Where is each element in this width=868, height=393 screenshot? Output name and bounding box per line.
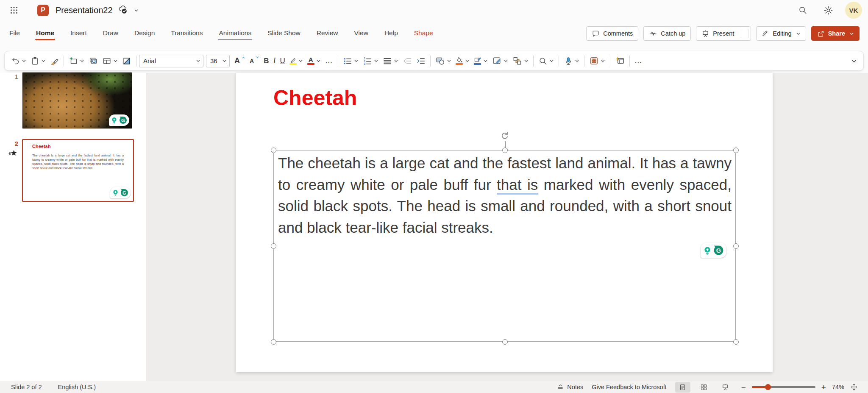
tab-help[interactable]: Help <box>384 26 399 41</box>
share-button[interactable]: Share <box>811 26 860 41</box>
tab-file[interactable]: File <box>8 26 21 41</box>
shapes-button[interactable] <box>433 53 453 69</box>
layout-button[interactable] <box>100 53 120 69</box>
format-painter-button[interactable] <box>48 53 61 69</box>
resize-handle-bottom-left[interactable] <box>271 339 276 345</box>
slide-surface[interactable]: Cheetah The cheetah is a large cat and t… <box>236 73 773 372</box>
search-button[interactable] <box>795 3 810 18</box>
underline-button[interactable]: U <box>278 53 287 69</box>
designer-button[interactable] <box>120 53 134 69</box>
outdent-icon <box>403 56 412 66</box>
font-color-button[interactable]: A <box>305 53 323 69</box>
collapse-ribbon-button[interactable] <box>849 53 859 69</box>
ribbon-overflow-button[interactable]: … <box>632 53 645 69</box>
shape-fill-button[interactable] <box>453 53 472 69</box>
chevron-down-icon <box>575 59 579 63</box>
highlight-color-button[interactable] <box>287 53 305 69</box>
grow-font-button[interactable]: A <box>232 53 248 69</box>
resize-handle-top-right[interactable] <box>733 148 739 153</box>
present-menu-chevron[interactable] <box>741 29 746 38</box>
feedback-link[interactable]: Give Feedback to Microsoft <box>592 384 667 390</box>
resize-handle-bottom-center[interactable] <box>502 339 508 345</box>
tab-view[interactable]: View <box>353 26 369 41</box>
normal-view-button[interactable] <box>675 382 690 393</box>
resize-handle-top-center[interactable] <box>502 148 508 153</box>
slide-indicator[interactable]: Slide 2 of 2 <box>11 384 42 390</box>
slide-1-thumbnail[interactable]: G <box>22 72 132 129</box>
resize-handle-bottom-right[interactable] <box>733 339 739 345</box>
decrease-indent-button[interactable] <box>401 53 414 69</box>
tab-slide-show[interactable]: Slide Show <box>267 26 301 41</box>
grammarly-suggestion-span[interactable]: that is <box>497 176 538 195</box>
slide-body-text[interactable]: The cheetah is a large cat and the faste… <box>278 153 732 238</box>
resize-handle-middle-left[interactable] <box>271 243 276 249</box>
tab-review[interactable]: Review <box>316 26 339 41</box>
notes-toggle[interactable]: Notes <box>557 384 583 390</box>
grammarly-widget[interactable]: G <box>701 243 726 258</box>
arrange-button[interactable] <box>510 53 531 69</box>
grid-view-button[interactable] <box>696 382 712 393</box>
tab-home[interactable]: Home <box>35 26 55 41</box>
powerpoint-logo[interactable]: P <box>37 5 49 16</box>
reuse-slides-button[interactable] <box>86 53 100 69</box>
chevron-down-icon[interactable] <box>134 8 139 13</box>
tab-animations[interactable]: Animations <box>218 26 252 41</box>
present-button[interactable]: Present <box>696 26 751 41</box>
grammarly-widget[interactable]: G <box>109 114 129 126</box>
dictate-button[interactable] <box>562 53 581 69</box>
tab-shape[interactable]: Shape <box>413 26 434 41</box>
settings-button[interactable] <box>821 3 836 18</box>
slide-title[interactable]: Cheetah <box>273 86 357 110</box>
shape-outline-button[interactable] <box>472 53 490 69</box>
paste-button[interactable] <box>28 53 48 69</box>
designer-pane-button[interactable] <box>587 53 607 69</box>
font-name-select[interactable]: Arial <box>139 55 203 67</box>
tab-transitions[interactable]: Transitions <box>170 26 203 41</box>
app-launcher-button[interactable] <box>7 3 21 17</box>
align-button[interactable] <box>381 53 401 69</box>
chevron-down-icon <box>851 58 857 64</box>
zoom-slider[interactable] <box>752 386 815 388</box>
quick-actions-button[interactable] <box>613 53 627 69</box>
zoom-out-button[interactable]: − <box>741 383 746 391</box>
menu-bar: File Home Insert Draw Design Transitions… <box>0 20 868 47</box>
tab-design[interactable]: Design <box>134 26 156 41</box>
find-button[interactable] <box>536 53 556 69</box>
undo-button[interactable] <box>9 53 28 69</box>
shape-outline-icon <box>474 57 481 65</box>
grammarly-widget[interactable]: G <box>110 187 131 198</box>
selected-text-box[interactable]: The cheetah is a large cat and the faste… <box>273 150 736 342</box>
svg-text:G: G <box>122 190 126 195</box>
fit-slide-icon[interactable] <box>850 383 858 391</box>
resize-handle-top-left[interactable] <box>271 148 276 153</box>
resize-handle-middle-right[interactable] <box>733 243 739 249</box>
zoom-level[interactable]: 74% <box>832 384 844 390</box>
tab-draw[interactable]: Draw <box>102 26 119 41</box>
animation-star-icon[interactable] <box>8 149 18 158</box>
zoom-in-button[interactable]: + <box>821 383 826 391</box>
increase-indent-button[interactable] <box>414 53 428 69</box>
shrink-font-button[interactable]: A <box>248 53 262 69</box>
shape-styles-button[interactable] <box>490 53 510 69</box>
slide-2-thumbnail[interactable]: Cheetah The cheetah is a large cat and t… <box>22 139 134 202</box>
tab-insert[interactable]: Insert <box>70 26 88 41</box>
svg-text:3: 3 <box>364 62 365 65</box>
bold-button[interactable]: B <box>262 53 271 69</box>
avatar[interactable]: VK <box>845 2 862 19</box>
new-slide-button[interactable] <box>67 53 86 69</box>
comments-button[interactable]: Comments <box>586 26 638 41</box>
rotate-handle-icon[interactable] <box>499 130 511 142</box>
zoom-slider-thumb[interactable] <box>765 384 771 390</box>
editing-mode-button[interactable]: Editing <box>756 26 806 41</box>
more-font-options-button[interactable]: … <box>323 53 335 69</box>
catch-up-button[interactable]: Catch up <box>643 26 691 41</box>
slideshow-view-button[interactable] <box>718 382 733 393</box>
italic-button[interactable]: I <box>271 53 278 69</box>
numbering-button[interactable]: 123 <box>361 53 381 69</box>
language-selector[interactable]: English (U.S.) <box>58 384 96 390</box>
document-title[interactable]: Presentation22 <box>56 6 113 15</box>
chevron-down-icon <box>748 29 752 38</box>
bullets-button[interactable] <box>341 53 361 69</box>
font-size-select[interactable]: 36 <box>206 55 230 67</box>
saved-icon[interactable] <box>118 5 128 15</box>
